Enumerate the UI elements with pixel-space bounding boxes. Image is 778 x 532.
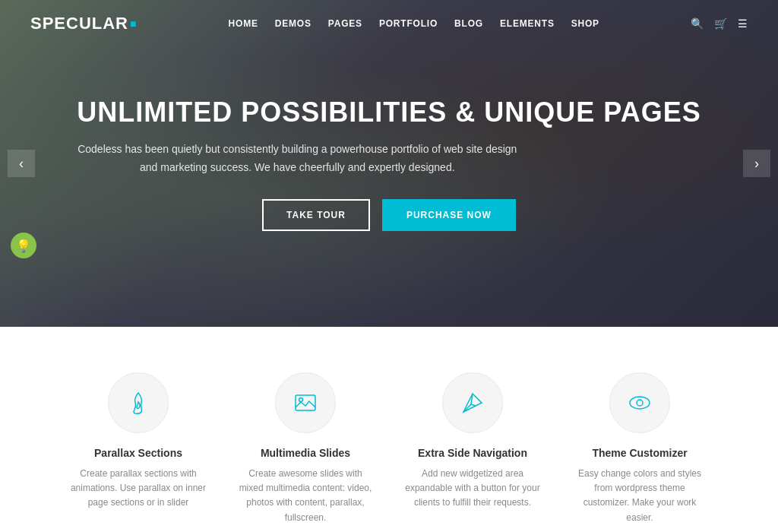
feature-customizer: Theme Customizer Easy change colors and … — [556, 372, 723, 525]
parallax-icon-wrap — [108, 372, 169, 433]
hero-next-button[interactable]: › — [743, 150, 770, 177]
feature-parallax: Parallax Sections Create parallax sectio… — [55, 372, 222, 525]
chevron-left-icon: ‹ — [19, 156, 24, 172]
feature-multimedia: Multimedia Slides Create awesome slides … — [222, 372, 389, 525]
lightbulb-icon: 💡 — [16, 239, 31, 253]
paper-plane-icon — [460, 391, 485, 415]
feature-sidenav: Extra Side Navigation Add new widgetized… — [389, 372, 556, 525]
logo-accent: ■ — [130, 17, 137, 30]
purchase-now-button[interactable]: PURCHASE NOW — [382, 199, 516, 231]
logo-text: SPECULAR — [30, 14, 128, 33]
menu-icon[interactable]: ☰ — [738, 17, 748, 30]
flame-icon — [126, 391, 150, 415]
feature-sidenav-title: Extra Side Navigation — [404, 447, 541, 459]
main-nav: SPECULAR■ HOME DEMOS PAGES PORTFOLIO BLO… — [0, 0, 778, 47]
nav-portfolio[interactable]: PORTFOLIO — [379, 18, 438, 29]
nav-demos[interactable]: DEMOS — [275, 18, 312, 29]
chevron-right-icon: › — [754, 156, 759, 172]
feature-customizer-desc: Easy change colors and styles from wordp… — [571, 467, 708, 525]
hero-buttons: TAKE TOUR PURCHASE NOW — [77, 199, 701, 231]
features-section: Parallax Sections Create parallax sectio… — [0, 327, 778, 532]
feature-sidenav-desc: Add new widgetized area expandable with … — [404, 467, 541, 511]
svg-point-2 — [630, 397, 650, 409]
side-nav-button[interactable]: 💡 — [11, 233, 36, 258]
cart-icon[interactable]: 🛒 — [714, 17, 727, 30]
svg-point-3 — [637, 400, 643, 406]
feature-parallax-title: Parallax Sections — [70, 447, 207, 459]
hero-content: UNLIMITED POSSIBILITIES & UNIQUE PAGES C… — [16, 96, 761, 232]
nav-pages[interactable]: PAGES — [328, 18, 362, 29]
nav-blog[interactable]: BLOG — [454, 18, 483, 29]
feature-customizer-title: Theme Customizer — [571, 447, 708, 459]
hero-subtitle: Codeless has been quietly but consistent… — [77, 141, 517, 177]
image-icon — [293, 391, 318, 415]
search-icon[interactable]: 🔍 — [691, 17, 704, 30]
hero-section: ‹ UNLIMITED POSSIBILITIES & UNIQUE PAGES… — [0, 0, 778, 327]
feature-multimedia-title: Multimedia Slides — [237, 447, 374, 459]
multimedia-icon-wrap — [275, 372, 336, 433]
eye-icon — [628, 391, 652, 415]
nav-home[interactable]: HOME — [229, 18, 258, 29]
svg-rect-0 — [296, 395, 315, 410]
nav-icons: 🔍 🛒 ☰ — [691, 17, 748, 30]
take-tour-button[interactable]: TAKE TOUR — [262, 199, 370, 231]
feature-parallax-desc: Create parallax sections with animations… — [70, 467, 207, 511]
sidenav-icon-wrap — [442, 372, 503, 433]
nav-elements[interactable]: ELEMENTS — [500, 18, 555, 29]
feature-multimedia-desc: Create awesome slides with mixed multime… — [237, 467, 374, 525]
hero-prev-button[interactable]: ‹ — [8, 150, 35, 177]
nav-shop[interactable]: SHOP — [571, 18, 599, 29]
nav-links: HOME DEMOS PAGES PORTFOLIO BLOG ELEMENTS… — [229, 18, 599, 29]
hero-title: UNLIMITED POSSIBILITIES & UNIQUE PAGES — [77, 96, 701, 128]
customizer-icon-wrap — [609, 372, 670, 433]
logo[interactable]: SPECULAR■ — [30, 14, 137, 33]
svg-point-1 — [299, 398, 303, 402]
